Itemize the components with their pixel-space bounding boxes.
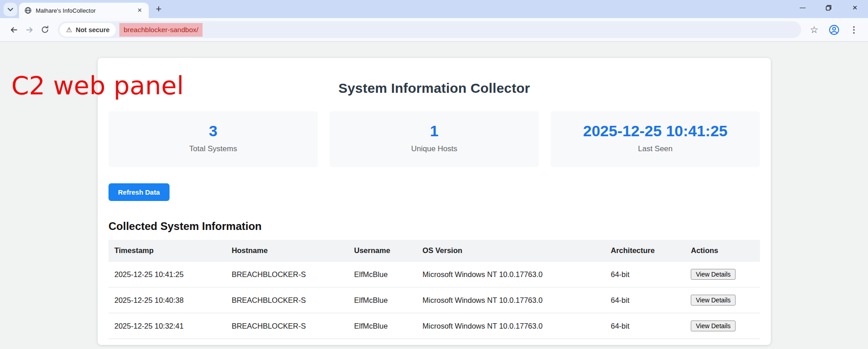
reload-icon [41,25,49,34]
close-icon: × [137,6,142,14]
cell-architecture: 64-bit [605,287,685,313]
cell-timestamp: 2025-12-25 10:40:38 [108,287,226,313]
stat-label: Last Seen [551,144,760,153]
forward-arrow-icon [25,25,34,34]
stat-value: 2025-12-25 10:41:25 [551,122,760,140]
new-tab-button[interactable]: + [152,3,165,16]
cell-hostname: BREACHBLOCKER-S [226,262,348,287]
toolbar-right: ☆ ⋮ [807,22,862,38]
globe-icon [24,7,32,14]
profile-icon [829,24,840,35]
view-details-button[interactable]: View Details [691,269,736,280]
browser-tab[interactable]: Malhare's InfoCollector × [19,3,149,18]
restore-button[interactable] [816,0,842,15]
cell-os-version: Microsoft Windows NT 10.0.17763.0 [417,262,605,287]
column-header-hostname: Hostname [226,240,348,262]
back-arrow-icon [9,25,19,34]
minimize-icon [800,8,806,8]
window-controls: × [789,0,868,15]
minimize-button[interactable] [789,0,816,15]
profile-button[interactable] [826,22,842,38]
refresh-data-button[interactable]: Refresh Data [108,183,170,201]
tab-search-button[interactable] [4,3,17,16]
warning-icon: ⚠ [66,26,72,33]
column-header-os-version: OS Version [417,240,605,262]
page-title: System Information Collector [108,81,760,96]
tab-title: Malhare's InfoCollector [36,7,131,14]
security-label: Not secure [75,26,109,33]
cell-architecture: 64-bit [605,313,685,339]
bookmark-star-button[interactable]: ☆ [807,22,822,38]
menu-dots-icon: ⋮ [850,24,859,35]
view-details-button[interactable]: View Details [691,295,736,306]
column-header-username: Username [348,240,416,262]
stat-card-unique-hosts: 1 Unique Hosts [330,111,539,167]
table-header-row: Timestamp Hostname Username OS Version A… [108,240,760,262]
systems-table: Timestamp Hostname Username OS Version A… [108,240,760,339]
security-chip[interactable]: ⚠ Not secure [60,23,116,37]
stat-label: Total Systems [108,144,318,153]
close-window-button[interactable]: × [842,0,868,15]
annotation-c2-label: C2 web panel [11,71,184,100]
cell-os-version: Microsoft Windows NT 10.0.17763.0 [417,287,605,313]
column-header-timestamp: Timestamp [108,240,226,262]
tab-strip: Malhare's InfoCollector × + × [0,0,868,18]
tab-close-button[interactable]: × [135,6,144,15]
stats-row: 3 Total Systems 1 Unique Hosts 2025-12-2… [108,111,760,167]
stat-card-last-seen: 2025-12-25 10:41:25 Last Seen [551,111,760,167]
cell-username: ElfMcBlue [348,287,416,313]
table-row: 2025-12-25 10:32:41 BREACHBLOCKER-S ElfM… [108,313,760,339]
chevron-down-icon [8,8,13,11]
browser-toolbar: ⚠ Not secure breachblocker-sandbox/ ☆ ⋮ [0,18,868,42]
url-text[interactable]: breachblocker-sandbox/ [119,23,202,37]
cell-username: ElfMcBlue [348,262,416,287]
close-icon: × [852,3,857,13]
cell-timestamp: 2025-12-25 10:32:41 [108,313,226,339]
cell-timestamp: 2025-12-25 10:41:25 [108,262,226,287]
cell-architecture: 64-bit [605,262,685,287]
stat-card-total-systems: 3 Total Systems [108,111,318,167]
back-button[interactable] [6,22,22,38]
stat-value: 1 [330,122,539,140]
table-row: 2025-12-25 10:41:25 BREACHBLOCKER-S ElfM… [108,262,760,287]
forward-button[interactable] [22,22,37,38]
plus-icon: + [156,3,162,14]
table-row: 2025-12-25 10:40:38 BREACHBLOCKER-S ElfM… [108,287,760,313]
cell-os-version: Microsoft Windows NT 10.0.17763.0 [417,313,605,339]
section-title: Collected System Information [108,220,760,233]
cell-hostname: BREACHBLOCKER-S [226,287,348,313]
cell-hostname: BREACHBLOCKER-S [226,313,348,339]
page-viewport: C2 web panel System Information Collecto… [0,42,868,349]
page-card: System Information Collector 3 Total Sys… [98,58,771,345]
menu-button[interactable]: ⋮ [846,22,862,38]
stat-label: Unique Hosts [330,144,539,153]
cell-username: ElfMcBlue [348,313,416,339]
omnibox[interactable]: ⚠ Not secure breachblocker-sandbox/ [58,21,801,38]
stat-value: 3 [108,122,318,140]
restore-icon [826,5,832,11]
column-header-actions: Actions [685,240,760,262]
star-icon: ☆ [810,24,819,35]
reload-button[interactable] [37,22,52,38]
view-details-button[interactable]: View Details [691,320,736,331]
column-header-architecture: Architecture [605,240,685,262]
